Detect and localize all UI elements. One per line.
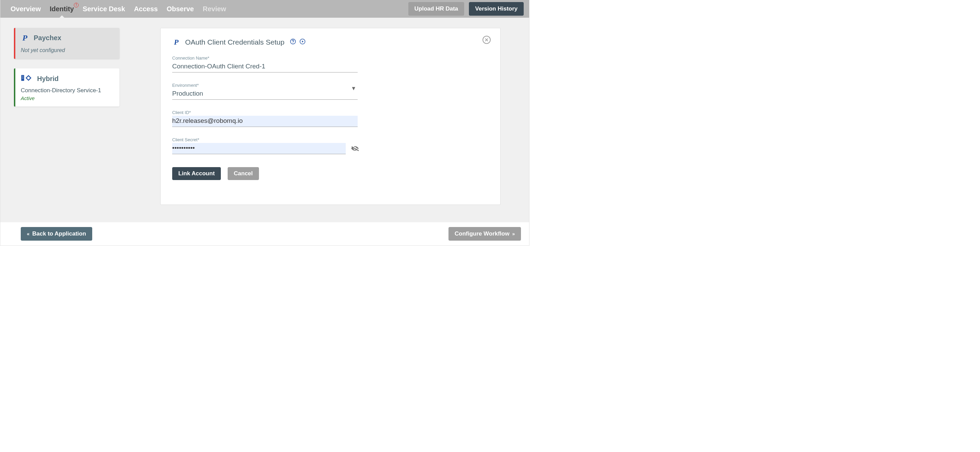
hybrid-icon: [21, 74, 32, 84]
visibility-off-icon[interactable]: [350, 144, 360, 154]
tab-identity[interactable]: Identity !: [50, 0, 74, 18]
button-label: Version History: [475, 5, 517, 12]
tab-label: Service Desk: [83, 5, 125, 13]
svg-rect-3: [22, 77, 22, 78]
tab-label: Access: [134, 5, 158, 13]
svg-rect-6: [23, 78, 23, 79]
field-label: Environment*: [172, 83, 358, 88]
button-label: Back to Application: [32, 231, 86, 237]
field-connection-name: Connection Name*: [172, 56, 358, 73]
field-label: Client ID*: [172, 110, 358, 115]
oauth-form: Connection Name* Environment* ▼ Client I…: [172, 56, 358, 154]
button-label: Upload HR Data: [414, 5, 458, 12]
tab-label: Observe: [167, 5, 194, 13]
version-history-button[interactable]: Version History: [469, 2, 524, 16]
field-client-secret-row: Client Secret*: [172, 137, 358, 154]
tab-overview[interactable]: Overview: [11, 0, 41, 18]
svg-marker-12: [302, 40, 304, 43]
back-to-application-button[interactable]: « Back to Application: [21, 227, 92, 240]
sidebar-card-paychex[interactable]: P Paychex Not yet configured: [14, 28, 119, 59]
cancel-button[interactable]: Cancel: [228, 167, 259, 180]
card-header: P Paychex: [21, 33, 114, 43]
top-actions: Upload HR Data Version History: [408, 2, 524, 16]
chevron-left-icon: «: [27, 231, 30, 236]
sidebar: P Paychex Not yet configured: [14, 28, 119, 215]
tab-service-desk[interactable]: Service Desk: [83, 0, 125, 18]
upload-hr-data-button[interactable]: Upload HR Data: [408, 2, 464, 16]
button-label: Cancel: [234, 170, 253, 177]
client-id-input[interactable]: [172, 116, 358, 127]
top-nav: Overview Identity ! Service Desk Access …: [0, 0, 529, 18]
card-header: Hybrid: [21, 74, 114, 84]
client-secret-input[interactable]: [172, 143, 346, 154]
field-label: Client Secret*: [172, 137, 346, 142]
alert-icon: !: [74, 3, 79, 8]
tab-review: Review: [203, 0, 226, 18]
environment-select[interactable]: [172, 89, 358, 100]
field-environment: Environment* ▼: [172, 83, 358, 100]
field-client-secret: Client Secret*: [172, 137, 346, 154]
tab-label: Review: [203, 5, 226, 13]
svg-rect-0: [21, 75, 24, 81]
svg-rect-1: [22, 76, 22, 76]
connection-name-input[interactable]: [172, 61, 358, 73]
chevron-right-icon: »: [512, 231, 515, 236]
close-icon[interactable]: ✕: [482, 36, 491, 44]
configure-workflow-button[interactable]: Configure Workflow »: [449, 227, 521, 240]
panel-actions: Link Account Cancel: [172, 167, 488, 180]
svg-point-10: [293, 43, 293, 44]
field-client-id: Client ID*: [172, 110, 358, 127]
paychex-icon: P: [21, 33, 29, 43]
panel-header: P OAuth Client Credentials Setup: [172, 38, 488, 47]
button-label: Configure Workflow: [455, 231, 509, 237]
card-connection: Connection-Directory Service-1: [21, 87, 114, 94]
tab-label: Overview: [11, 5, 41, 13]
tab-list: Overview Identity ! Service Desk Access …: [11, 0, 408, 18]
sidebar-card-hybrid[interactable]: Hybrid Connection-Directory Service-1 Ac…: [14, 68, 119, 107]
svg-rect-4: [23, 77, 23, 78]
oauth-panel: P OAuth Client Credentials Setup: [160, 28, 501, 205]
footer: « Back to Application Configure Workflow…: [0, 222, 529, 245]
play-icon[interactable]: [299, 38, 305, 46]
card-title: Paychex: [34, 34, 61, 42]
paychex-icon: P: [172, 38, 180, 47]
tab-observe[interactable]: Observe: [167, 0, 194, 18]
card-status: Not yet configured: [21, 47, 114, 53]
help-icon[interactable]: [290, 38, 296, 46]
svg-rect-2: [23, 76, 23, 76]
tab-access[interactable]: Access: [134, 0, 158, 18]
card-title: Hybrid: [37, 75, 59, 83]
link-account-button[interactable]: Link Account: [172, 167, 221, 180]
panel-title: OAuth Client Credentials Setup: [185, 38, 285, 46]
svg-rect-5: [22, 78, 22, 79]
button-label: Link Account: [178, 170, 215, 177]
card-status: Active: [21, 95, 114, 101]
tab-label: Identity: [50, 5, 74, 13]
field-label: Connection Name*: [172, 56, 358, 60]
